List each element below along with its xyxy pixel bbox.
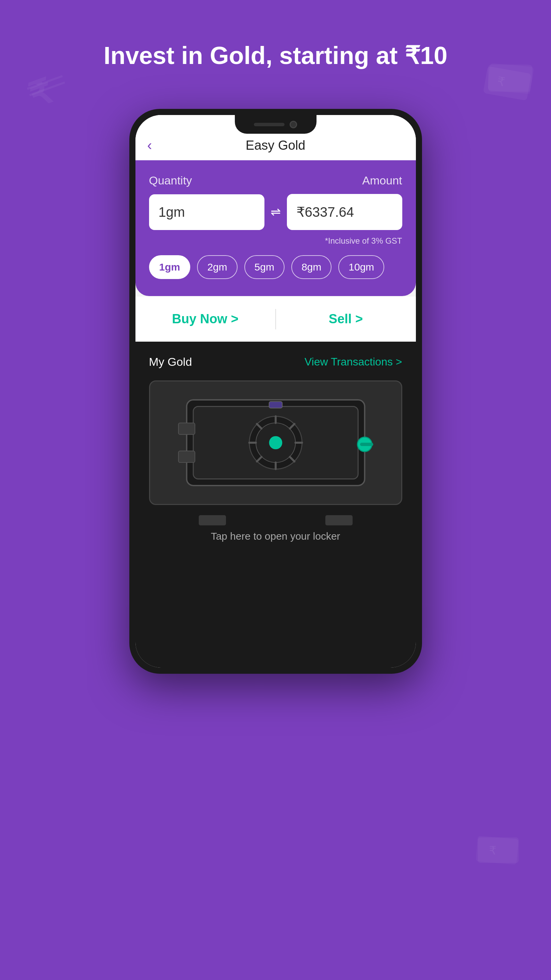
phone-outer: ‹ Easy Gold Quantity Amount 1gm ⇌ ₹6337.…	[129, 109, 422, 674]
quantity-pill-5gm[interactable]: 5gm	[244, 255, 285, 279]
phone-inner: ‹ Easy Gold Quantity Amount 1gm ⇌ ₹6337.…	[135, 115, 416, 668]
my-gold-section: My Gold View Transactions >	[135, 342, 416, 668]
input-labels-row: Quantity Amount	[149, 174, 402, 187]
phone-notch	[235, 115, 317, 134]
svg-point-18	[269, 436, 282, 450]
quantity-label: Quantity	[149, 174, 192, 187]
notch-speaker	[254, 123, 285, 126]
svg-rect-27	[269, 401, 282, 408]
locker-svg	[160, 392, 391, 494]
locker-base	[149, 515, 402, 525]
swap-icon: ⇌	[264, 205, 287, 219]
gst-note: *Inclusive of 3% GST	[149, 236, 402, 246]
locker-foot-right	[325, 515, 353, 525]
my-gold-title: My Gold	[149, 355, 192, 369]
bg-decor-br: ₹	[476, 832, 521, 871]
my-gold-header: My Gold View Transactions >	[149, 355, 402, 369]
notch-camera	[290, 121, 297, 128]
back-button[interactable]: ‹	[147, 137, 152, 153]
phone-mockup: ‹ Easy Gold Quantity Amount 1gm ⇌ ₹6337.…	[129, 109, 422, 926]
svg-rect-13	[178, 451, 195, 463]
amount-input[interactable]: ₹6337.64	[287, 194, 402, 230]
locker-visual[interactable]	[149, 380, 402, 505]
svg-rect-15	[360, 443, 373, 446]
screen-content: ‹ Easy Gold Quantity Amount 1gm ⇌ ₹6337.…	[135, 115, 416, 668]
svg-text:₹: ₹	[24, 72, 57, 115]
view-transactions-link[interactable]: View Transactions >	[304, 356, 402, 368]
gold-purchase-card: Quantity Amount 1gm ⇌ ₹6337.64 *Inclusiv…	[135, 160, 416, 296]
svg-text:₹: ₹	[489, 844, 497, 857]
quantity-pill-2gm[interactable]: 2gm	[197, 255, 237, 279]
quantity-pill-10gm[interactable]: 10gm	[338, 255, 384, 279]
inputs-row: 1gm ⇌ ₹6337.64	[149, 194, 402, 230]
quantity-input[interactable]: 1gm	[149, 194, 264, 230]
locker-foot-left	[199, 515, 226, 525]
buy-now-button[interactable]: Buy Now >	[135, 296, 276, 342]
locker-tap-text[interactable]: Tap here to open your locker	[149, 530, 402, 542]
amount-label: Amount	[362, 174, 402, 187]
bg-decor-tl: ₹	[19, 62, 79, 127]
quantity-pill-8gm[interactable]: 8gm	[291, 255, 331, 279]
svg-rect-12	[178, 423, 195, 434]
action-bar: Buy Now > Sell >	[135, 296, 416, 342]
page-title: Invest in Gold, starting at ₹10	[0, 41, 551, 70]
svg-rect-8	[478, 837, 519, 863]
sell-button[interactable]: Sell >	[276, 296, 416, 342]
app-bar-title: Easy Gold	[246, 138, 305, 153]
quantity-pill-1gm[interactable]: 1gm	[149, 255, 191, 279]
quantity-pills: 1gm2gm5gm8gm10gm	[149, 255, 402, 279]
